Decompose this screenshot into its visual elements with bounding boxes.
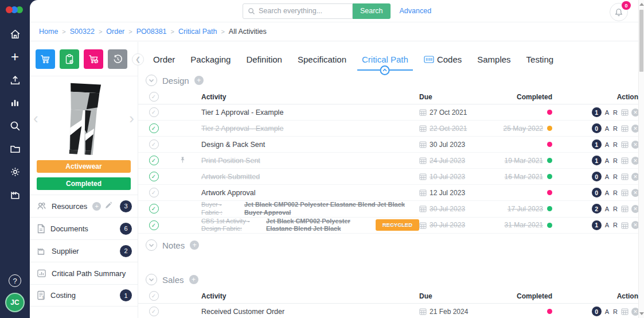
search-button[interactable]: Search: [353, 3, 391, 19]
reports-icon[interactable]: [5, 95, 25, 111]
avatar[interactable]: JC: [5, 293, 25, 312]
cart-button[interactable]: [36, 49, 55, 69]
complete-check-icon[interactable]: ✓: [149, 204, 159, 214]
calendar-grid-icon[interactable]: [621, 222, 629, 229]
complete-check-icon[interactable]: ✓: [149, 156, 159, 165]
chevron-up-icon[interactable]: [380, 65, 390, 75]
action-approve[interactable]: A: [604, 308, 610, 315]
complete-check-icon[interactable]: ✓: [149, 220, 159, 230]
complete-check-icon[interactable]: ✓: [149, 139, 159, 149]
add-activity-icon[interactable]: +: [194, 76, 204, 85]
sidebar-item-critical-path-summary[interactable]: Critical Path Summary: [30, 262, 138, 284]
tab-testing[interactable]: Testing: [526, 55, 554, 64]
clipboard-add-button[interactable]: [60, 49, 79, 69]
history-button[interactable]: [108, 49, 127, 69]
help-icon[interactable]: ?: [9, 274, 21, 287]
settings-icon[interactable]: [5, 164, 25, 180]
action-count-badge[interactable]: 0: [592, 172, 602, 181]
action-approve[interactable]: A: [604, 125, 610, 132]
calendar-grid-icon[interactable]: [621, 189, 629, 196]
action-count-badge[interactable]: 1: [592, 220, 602, 230]
breadcrumb-link[interactable]: S00322: [70, 28, 95, 36]
cart-remove-button[interactable]: [84, 49, 103, 69]
action-approve[interactable]: A: [604, 109, 610, 116]
notifications-button[interactable]: 0: [610, 3, 628, 21]
action-reject[interactable]: R: [612, 157, 618, 164]
action-count-badge[interactable]: 2: [592, 204, 602, 214]
add-icon[interactable]: +: [92, 202, 101, 211]
carousel-next-icon[interactable]: ›: [129, 111, 134, 126]
action-reject[interactable]: R: [612, 189, 618, 196]
search-icon[interactable]: [5, 118, 25, 134]
complete-check-icon[interactable]: ✓: [149, 107, 159, 117]
action-approve[interactable]: A: [604, 189, 610, 196]
add-activity-icon[interactable]: +: [189, 275, 198, 284]
chevron-down-icon[interactable]: [146, 75, 157, 86]
calendar-grid-icon[interactable]: [621, 157, 629, 164]
tab-definition[interactable]: Definition: [246, 55, 282, 64]
select-all-check-icon[interactable]: ✓: [149, 291, 159, 301]
sidebar-item-costing[interactable]: $Costing1: [30, 284, 138, 307]
tab-packaging[interactable]: Packaging: [190, 55, 231, 64]
search-box[interactable]: [243, 3, 353, 19]
sidebar-item-resources[interactable]: Resources+3: [30, 195, 138, 217]
action-reject[interactable]: R: [612, 222, 618, 228]
chevron-down-icon[interactable]: [146, 274, 157, 285]
action-count-badge[interactable]: 0: [592, 188, 602, 197]
action-count-badge[interactable]: 1: [592, 107, 602, 117]
sidebar-item-documents[interactable]: Documents6: [30, 217, 138, 239]
action-count-badge[interactable]: 0: [592, 123, 602, 133]
action-approve[interactable]: A: [604, 157, 610, 164]
complete-check-icon[interactable]: ✓: [149, 188, 159, 197]
scrollbar-up-icon[interactable]: [639, 3, 644, 6]
breadcrumb-link[interactable]: Home: [39, 28, 58, 36]
action-count-badge[interactable]: 0: [592, 307, 602, 316]
action-count-badge[interactable]: 1: [592, 139, 602, 149]
folder-icon[interactable]: [5, 141, 25, 157]
action-reject[interactable]: R: [612, 109, 618, 116]
complete-check-icon[interactable]: ✓: [149, 307, 159, 316]
scrollbar-down-icon[interactable]: [639, 312, 644, 315]
factory-icon[interactable]: [5, 187, 25, 203]
edit-icon[interactable]: [104, 201, 112, 211]
tab-samples[interactable]: Samples: [477, 55, 510, 64]
action-count-badge[interactable]: 1: [592, 156, 602, 165]
action-approve[interactable]: A: [604, 173, 610, 180]
advanced-link[interactable]: Advanced: [400, 7, 432, 15]
calendar-grid-icon[interactable]: [621, 308, 629, 315]
tab-critical-path[interactable]: Critical Path: [362, 55, 408, 64]
action-reject[interactable]: R: [612, 141, 618, 148]
scrollbar[interactable]: [638, 0, 644, 318]
scrollbar-thumb[interactable]: [639, 10, 643, 72]
upload-icon[interactable]: [5, 72, 25, 88]
action-approve[interactable]: A: [604, 205, 610, 212]
search-input[interactable]: [259, 7, 348, 15]
action-reject[interactable]: R: [612, 173, 618, 180]
carousel-prev-icon[interactable]: ‹: [33, 111, 38, 126]
tab-specification[interactable]: Specification: [298, 55, 346, 64]
home-icon[interactable]: [5, 26, 25, 42]
chevron-down-icon[interactable]: [146, 239, 157, 251]
action-reject[interactable]: R: [612, 205, 618, 212]
breadcrumb-link[interactable]: Critical Path: [178, 28, 217, 36]
sidebar-item-supplier[interactable]: Supplier2: [30, 239, 138, 262]
calendar-grid-icon[interactable]: [621, 108, 629, 116]
panel-collapse-icon[interactable]: ❮: [132, 53, 144, 65]
tab-order[interactable]: Order: [153, 55, 175, 64]
plus-icon[interactable]: +: [5, 49, 25, 65]
calendar-grid-icon[interactable]: [621, 125, 629, 132]
action-reject[interactable]: R: [612, 308, 618, 315]
action-approve[interactable]: A: [604, 222, 610, 228]
action-reject[interactable]: R: [612, 125, 618, 132]
calendar-grid-icon[interactable]: [621, 141, 629, 148]
complete-check-icon[interactable]: ✓: [149, 172, 159, 181]
tab-codes[interactable]: Codes: [424, 55, 462, 64]
breadcrumb-link[interactable]: PO08381: [136, 28, 167, 36]
complete-check-icon[interactable]: ✓: [149, 123, 159, 133]
breadcrumb-link[interactable]: Order: [106, 28, 124, 36]
select-all-check-icon[interactable]: ✓: [149, 92, 159, 102]
calendar-grid-icon[interactable]: [621, 205, 629, 212]
action-approve[interactable]: A: [604, 141, 610, 148]
add-activity-icon[interactable]: +: [190, 241, 199, 250]
calendar-grid-icon[interactable]: [621, 173, 629, 180]
